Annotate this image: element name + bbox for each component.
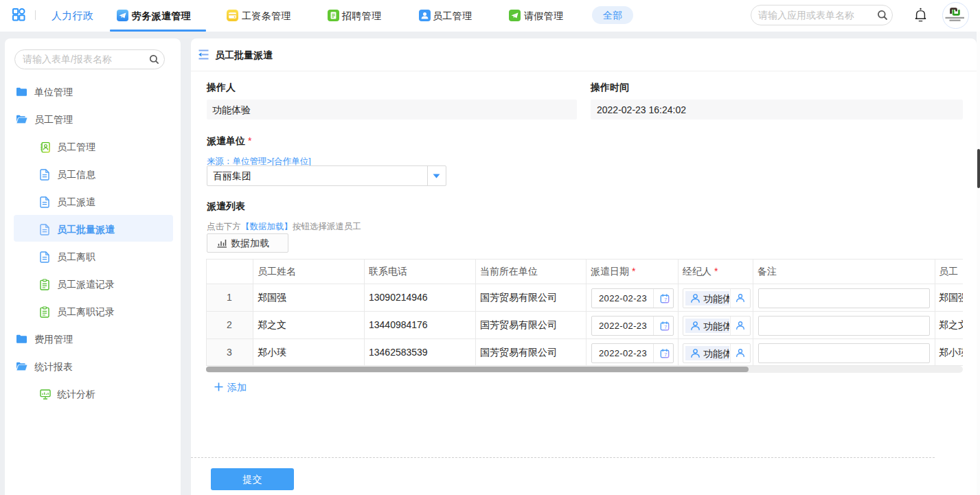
svg-text:7: 7 xyxy=(664,297,667,303)
svg-text:7: 7 xyxy=(664,324,667,330)
svg-text:7: 7 xyxy=(664,352,667,358)
